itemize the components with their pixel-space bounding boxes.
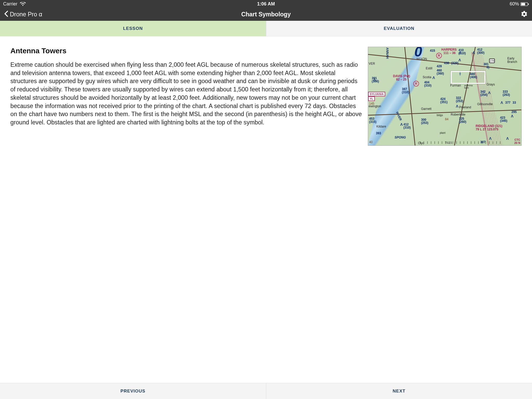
tower-icon: Λ (488, 91, 490, 95)
tower-icon: Λ (501, 101, 503, 105)
svg-rect-1 (521, 3, 525, 5)
restricted-circle-icon: R (413, 81, 419, 87)
gear-icon (521, 14, 528, 18)
town-scotia: Scotia (423, 76, 431, 79)
page-title: Chart Symbology (241, 11, 291, 18)
town-furman: Furman (450, 84, 461, 87)
restricted-circle-icon: R (436, 53, 442, 58)
tab-lesson[interactable]: LESSON (0, 21, 266, 36)
town-annah: ANNAH (385, 48, 389, 59)
obstacle-value: 84 (445, 118, 448, 121)
tab-bar: LESSON EVALUATION (0, 21, 532, 36)
battery-icon (521, 2, 529, 6)
airport-sylvania: SYLVANIA (368, 92, 385, 96)
town-kildare: Kildare (376, 125, 386, 128)
obstacle-value: (310) (424, 84, 431, 87)
town-grays: Grays (487, 83, 495, 86)
town-bldgs: bldgs (437, 114, 443, 117)
tower-icon: Λ (458, 58, 461, 62)
wifi-icon (20, 2, 26, 6)
airport-davis-rwy: 82 – 25 (396, 78, 407, 81)
town-early-branch: Early Branch (507, 57, 517, 63)
chart-highlight-box (451, 71, 486, 84)
town-wixon: WIXON (416, 57, 427, 61)
obstacle-value: (329) (451, 62, 458, 65)
previous-button[interactable]: PREVIOUS (0, 383, 266, 399)
obstacle-value: (345) (500, 119, 507, 123)
chart-ctc: CTC (514, 138, 520, 142)
obstacle-value: (315) (369, 120, 376, 124)
obstacle-value: 33 (513, 101, 516, 104)
obstacle-value: (306) (372, 80, 379, 83)
chevron-left-icon (4, 11, 8, 18)
tab-evaluation[interactable]: EVALUATION (266, 21, 532, 36)
obstacle-value: 0) (487, 66, 489, 69)
town-over: VER (369, 62, 375, 65)
status-time: 1:06 AM (257, 1, 275, 7)
obstacle-value: 295 (511, 110, 517, 114)
obstacle-value: 40 (369, 141, 373, 144)
obstacle-value: (310) (402, 91, 409, 94)
tower-icon: Λ (489, 136, 491, 141)
town-gillisonville: Gillisonville (477, 103, 493, 106)
obstacle-value: (253) (456, 99, 463, 103)
tower-icon: Λ (456, 104, 458, 108)
chart-20n: 20 N (514, 142, 520, 145)
airport-ridgeland: RIDGELAND (3J1) (476, 124, 502, 128)
obstacle-value: 428 (437, 65, 442, 68)
obstacle-value: 377 (505, 101, 510, 104)
obstacle-value: (310) (403, 126, 411, 129)
lesson-content: 0 R R HARPERS 111 – 36 DAVIS (Pvt) 82 – … (0, 36, 532, 154)
tower-icon: Λ (506, 136, 509, 141)
airport-harpers-rwy: 111 – 36 (443, 51, 456, 55)
tower-icon: Λ (433, 76, 435, 80)
obstacle-value: (253) (421, 121, 428, 125)
settings-button[interactable] (521, 10, 528, 19)
carrier-label: Carrier (3, 1, 17, 7)
obstacle-value: 438 (444, 62, 449, 65)
obstacle-value: 145 (369, 102, 374, 105)
obstacle-value: (254) (480, 93, 488, 97)
obstacle-value: (310) (458, 52, 466, 55)
obstacle-value: (260) (459, 120, 466, 124)
status-bar: Carrier 1:06 AM 60% (0, 0, 532, 8)
back-button[interactable]: Drone Pro α (4, 11, 42, 18)
label-spong: SPONG (395, 136, 406, 139)
route-shield-278: 278 (489, 58, 495, 63)
airport-ridgeland-line2: 79 L 27 123.075 (476, 128, 498, 131)
obstacle-value: 415 (430, 49, 435, 52)
obstacle-value: (300) (477, 51, 484, 55)
obstacle-value: 393 (376, 132, 381, 135)
airport-davis: DAVIS (Pvt) (393, 75, 410, 78)
chart-lat-ticks (420, 141, 501, 144)
tower-icon: Λ (400, 122, 403, 127)
town-plant: plant (440, 132, 445, 135)
town-garnett: Garnett (421, 107, 431, 111)
tower-icon: Λ (473, 51, 475, 55)
obstacle-value: (351) (440, 101, 448, 104)
bottom-nav: PREVIOUS NEXT (0, 383, 532, 399)
obstacle-value: (360) (437, 72, 444, 75)
airport-harpers: HARPERS (441, 48, 457, 51)
town-robertville: Robertville (451, 113, 466, 116)
airport-yl: YL (368, 96, 375, 101)
obstacle-value: (406) (470, 76, 477, 79)
svg-rect-2 (528, 3, 529, 5)
town-estill: Estill (426, 67, 432, 70)
town-pineland: Pineland (459, 106, 471, 109)
town-antenna-farm: antenna farm (464, 84, 473, 89)
obstacle-value: (263) (503, 93, 510, 97)
next-button[interactable]: NEXT (266, 383, 532, 399)
lighted-tower-icon: ⟊ (459, 71, 461, 76)
tower-icon: Λ (511, 114, 513, 118)
sectional-chart-image: 0 R R HARPERS 111 – 36 DAVIS (Pvt) 82 – … (368, 47, 522, 146)
navigation-bar: Drone Pro α Chart Symbology (0, 8, 532, 21)
back-label: Drone Pro α (10, 11, 42, 18)
battery-pct: 60% (510, 1, 519, 7)
